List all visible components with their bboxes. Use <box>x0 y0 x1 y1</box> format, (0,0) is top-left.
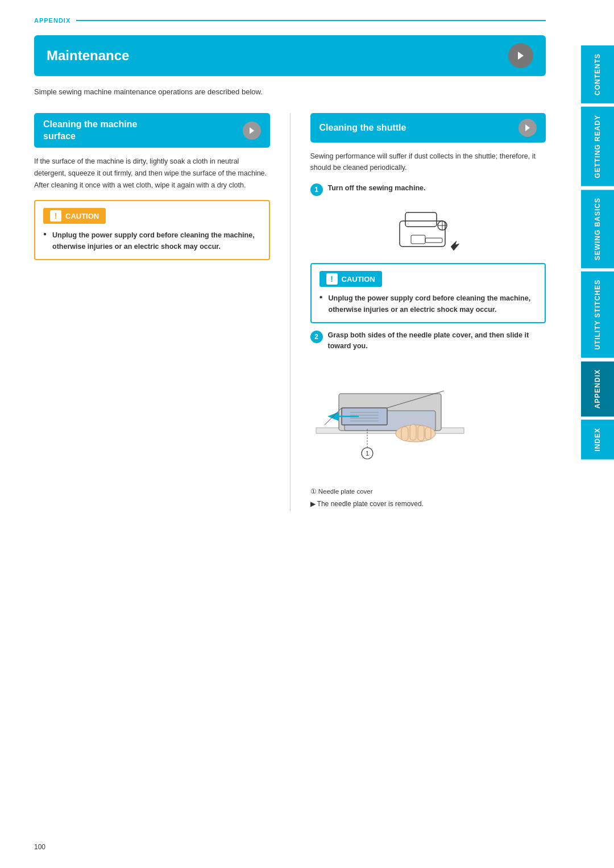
sidebar-tab-getting-ready[interactable]: GETTING READY <box>581 107 614 186</box>
left-caution-icon: ! <box>50 210 61 222</box>
sewing-machine-illustration <box>310 204 546 255</box>
svg-marker-0 <box>518 52 524 60</box>
step-1-text: Turn off the sewing machine. <box>328 183 426 194</box>
caption-1: ① Needle plate cover <box>310 487 546 496</box>
right-caution-label: CAUTION <box>342 275 375 283</box>
right-col-title: Cleaning the shuttle <box>320 123 406 133</box>
left-column: Cleaning the machine surface If the surf… <box>34 113 270 511</box>
sidebar-tab-contents[interactable]: CONTENTS <box>581 45 614 103</box>
right-col-header: Cleaning the shuttle <box>310 113 546 143</box>
step-2-text: Grasp both sides of the needle plate cov… <box>328 330 546 352</box>
right-caution-box: ! CAUTION Unplug the power supply cord b… <box>310 263 546 323</box>
svg-rect-19 <box>401 427 408 441</box>
step-2-number: 2 <box>310 331 323 343</box>
sidebar-tab-sewing-basics[interactable]: SEWING BASICS <box>581 190 614 268</box>
step-1: 1 Turn off the sewing machine. <box>310 183 546 196</box>
left-col-body: If the surface of the machine is dirty, … <box>34 156 270 191</box>
section-chevron <box>508 43 533 68</box>
right-caution-item: Unplug the power supply cord before clea… <box>320 293 537 315</box>
right-caution-icon: ! <box>326 273 338 285</box>
svg-rect-5 <box>411 235 425 244</box>
sidebar: CONTENTS GETTING READY SEWING BASICS UTI… <box>579 0 614 868</box>
page-number: 100 <box>34 843 45 851</box>
left-caution-item: Unplug the power supply cord before clea… <box>43 229 261 252</box>
svg-rect-22 <box>425 427 431 440</box>
right-col-intro: Sewing performance will suffer if dust c… <box>310 151 546 174</box>
step-1-number: 1 <box>310 183 323 196</box>
step-2: 2 Grasp both sides of the needle plate c… <box>310 330 546 352</box>
section-title: Maintenance <box>47 48 129 64</box>
section-intro: Simple sewing machine maintenance operat… <box>34 86 546 98</box>
section-header: Maintenance <box>34 35 546 76</box>
sidebar-tab-utility-stitches[interactable]: UTILITY STITCHES <box>581 272 614 358</box>
caption-2: ▶ The needle plate cover is removed. <box>310 499 546 509</box>
top-bar: APPENDIX <box>34 17 546 24</box>
left-col-chevron <box>243 122 261 140</box>
appendix-label: APPENDIX <box>34 17 70 24</box>
right-column: Cleaning the shuttle Sewing performance … <box>310 113 546 511</box>
svg-marker-1 <box>250 127 254 134</box>
svg-rect-4 <box>405 212 437 227</box>
top-bar-line <box>76 20 546 21</box>
svg-rect-21 <box>418 425 424 441</box>
sidebar-tab-index[interactable]: INDEX <box>581 420 614 460</box>
left-caution-label: CAUTION <box>65 212 99 220</box>
right-col-chevron <box>518 119 537 137</box>
sidebar-tab-appendix[interactable]: APPENDIX <box>581 361 614 416</box>
left-col-title: Cleaning the machine surface <box>43 119 157 143</box>
column-divider <box>290 113 291 511</box>
left-caution-box: ! CAUTION Unplug the power supply cord b… <box>34 200 270 260</box>
svg-rect-9 <box>425 238 442 243</box>
left-col-header: Cleaning the machine surface <box>34 113 270 148</box>
svg-text:1: 1 <box>365 450 368 457</box>
needle-plate-illustration: 1 <box>310 360 546 479</box>
svg-rect-20 <box>410 424 416 440</box>
svg-marker-2 <box>525 124 530 131</box>
